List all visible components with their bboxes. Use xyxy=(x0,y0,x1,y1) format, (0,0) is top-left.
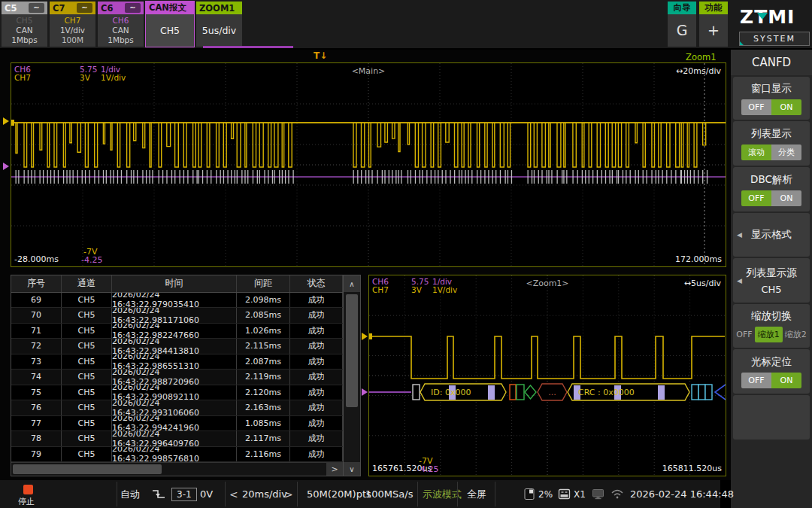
table-header-cell: 时间 xyxy=(112,275,237,292)
stop-indicator-icon[interactable] xyxy=(23,485,33,494)
tool-function[interactable]: 功能+ xyxy=(699,2,728,47)
separator xyxy=(297,482,298,506)
channel-scale-label: 3V xyxy=(411,285,422,294)
expand-left-icon: ◀ xyxy=(737,231,742,239)
horizontal-scroll-thumb[interactable] xyxy=(13,464,162,474)
scroll-down-button[interactable]: ∨ xyxy=(344,462,360,476)
tab-line: CH5 xyxy=(17,16,33,26)
table-cell: 76 xyxy=(11,400,62,415)
toggle-option-缩放2[interactable]: 缩放2 xyxy=(783,327,809,342)
trigger-mode[interactable]: 自动 xyxy=(120,480,140,508)
toggle-option-ON[interactable]: ON xyxy=(771,99,801,115)
toggle-option-滚动[interactable]: 滚动 xyxy=(741,144,771,160)
status-bar: 停止 自动 3-1 0V < 20ms/div > 50M(20M)pts 10… xyxy=(0,480,720,508)
decode-field-label: CRC : 0x0000 xyxy=(578,388,635,397)
tab-zoom1[interactable]: ZOOM15us/div xyxy=(196,2,242,47)
tab-c5[interactable]: C5∼CH5CAN1Mbps xyxy=(2,2,47,47)
tab-c6[interactable]: C6∼CH6CAN1Mbps xyxy=(98,2,144,47)
table-cell: 2.120ms xyxy=(237,385,290,400)
fullscreen-button[interactable]: 全屏 xyxy=(467,480,486,508)
tab-body-c7: CH71V/div100M xyxy=(50,14,95,47)
toggle-option-OFF[interactable]: OFF xyxy=(741,190,771,206)
tool-header-function: 功能 xyxy=(699,2,728,14)
ch6-position-marker[interactable] xyxy=(3,163,9,170)
tab-label: C6 xyxy=(101,3,113,14)
panel-toggle: OFFON xyxy=(741,373,801,388)
right-sidebar: CANFD 窗口显示OFFON列表显示滚动分类DBC解析OFFON◀显示格式◀列… xyxy=(731,50,812,508)
table-cell: 2026/02/24 16:43:22.982247660 xyxy=(112,324,237,339)
timebase-decrease-button[interactable]: < xyxy=(229,480,238,508)
sidebar-panels: 窗口显示OFFON列表显示滚动分类DBC解析OFFON◀显示格式◀列表显示源CH… xyxy=(731,77,812,440)
timebase-increase-button[interactable]: > xyxy=(284,480,293,508)
scroll-right-button[interactable]: > xyxy=(326,463,343,476)
table-cell: 1.026ms xyxy=(237,324,290,339)
zoom-volt-label-ch6: -4.25 xyxy=(417,464,438,474)
zoom-ch6-position-marker[interactable] xyxy=(362,388,368,396)
table-cell: 2.119ms xyxy=(237,370,290,385)
toggle-option-OFF[interactable]: OFF xyxy=(741,99,771,115)
trigger-level[interactable]: 0V xyxy=(200,480,213,508)
table-cell: 2.115ms xyxy=(237,339,290,354)
trigger-slope-icon xyxy=(152,480,165,508)
ch7-position-marker[interactable] xyxy=(3,117,9,125)
table-horizontal-scrollbar[interactable]: > xyxy=(11,462,343,476)
zoom-ch7-position-marker[interactable] xyxy=(362,333,368,340)
table-row[interactable]: 75CH52026/02/24 16:43:22.9908921102.120m… xyxy=(11,385,343,401)
scope-mode[interactable]: 示波模式 xyxy=(423,480,462,508)
sidebar-panel-缩放切换[interactable]: 缩放切换OFF缩放1缩放2 xyxy=(733,304,810,348)
tab-body-zoom1: 5us/div xyxy=(196,14,242,47)
table-vertical-scrollbar[interactable]: ∧ ∨ xyxy=(343,275,360,476)
sidebar-panel-窗口显示[interactable]: 窗口显示OFFON xyxy=(733,77,810,120)
toggle-option-OFF[interactable]: OFF xyxy=(734,327,754,342)
table-row[interactable]: 71CH52026/02/24 16:43:22.9822476601.026m… xyxy=(11,324,343,339)
table-row[interactable]: 78CH52026/02/24 16:43:22.9964097602.117m… xyxy=(11,431,343,447)
table-row[interactable]: 70CH52026/02/24 16:43:22.9811710602.085m… xyxy=(11,308,343,324)
wave-type-icon[interactable]: ∼ xyxy=(125,3,141,13)
storage-icon xyxy=(524,480,535,508)
table-cell: 75 xyxy=(11,385,62,400)
main-scope-title: <Main> xyxy=(352,66,386,76)
sidebar-panel-DBC解析[interactable]: DBC解析OFFON xyxy=(733,167,810,211)
trigger-source[interactable]: 3-1 xyxy=(171,480,197,508)
table-header-cell: 序号 xyxy=(11,275,62,292)
vertical-scroll-thumb[interactable] xyxy=(346,294,358,407)
table-row[interactable]: 72CH52026/02/24 16:43:22.9844138102.115m… xyxy=(11,339,343,354)
tab-line: CH7 xyxy=(65,16,81,26)
tab-can-msg[interactable]: CAN报文CH5 xyxy=(146,2,194,47)
table-row[interactable]: 79CH52026/02/24 16:43:22.9985768102.116m… xyxy=(11,447,343,463)
separator xyxy=(495,482,495,506)
toggle-option-ON[interactable]: ON xyxy=(771,373,801,388)
toggle-option-缩放1[interactable]: 缩放1 xyxy=(755,327,783,342)
table-row[interactable]: 73CH52026/02/24 16:43:22.9865513102.087m… xyxy=(11,354,343,370)
timebase-value[interactable]: 20ms/div xyxy=(242,480,287,508)
sidebar-panel-光标定位[interactable]: 光标定位OFFON xyxy=(733,349,810,394)
sidebar-panel-列表显示源[interactable]: ◀列表显示源CH5 xyxy=(733,258,810,303)
toggle-option-ON[interactable]: ON xyxy=(771,190,801,206)
table-cell: 2.087ms xyxy=(237,354,290,370)
wave-type-icon[interactable]: ∼ xyxy=(29,3,44,13)
scroll-up-button[interactable]: ∧ xyxy=(344,275,360,292)
table-row[interactable]: 76CH52026/02/24 16:43:22.9931060602.163m… xyxy=(11,400,343,416)
table-cell: 2026/02/24 16:43:22.996409760 xyxy=(112,431,237,446)
system-button[interactable]: SYSTEM xyxy=(739,32,810,46)
table-row[interactable]: 74CH52026/02/24 16:43:22.9887209602.119m… xyxy=(11,370,343,385)
wave-type-icon[interactable]: ∼ xyxy=(77,3,92,13)
toggle-option-分类[interactable]: 分类 xyxy=(771,144,801,160)
table-cell: 71 xyxy=(11,324,62,339)
tab-label: ZOOM1 xyxy=(199,3,235,14)
table-row[interactable]: 69CH52026/02/24 16:43:22.9790354102.098m… xyxy=(11,293,343,309)
table-header-cell: 状态 xyxy=(290,275,343,292)
toggle-option-OFF[interactable]: OFF xyxy=(741,373,771,388)
table-row[interactable]: 77CH52026/02/24 16:43:22.9942419601.085m… xyxy=(11,416,343,432)
sidebar-panel-列表显示[interactable]: 列表显示滚动分类 xyxy=(733,121,810,166)
table-cell: CH5 xyxy=(62,416,112,431)
channel-name-label: CH7 xyxy=(14,73,31,82)
trigger-position-marker[interactable]: T↓ xyxy=(314,50,327,61)
tab-c7[interactable]: C7∼CH71V/div100M xyxy=(50,2,95,47)
tool-wizard[interactable]: 向导G xyxy=(668,2,696,47)
sidebar-panel-显示格式[interactable]: ◀显示格式 xyxy=(733,213,810,257)
tab-line: 1Mbps xyxy=(108,35,134,45)
tab-line: CAN xyxy=(16,26,32,35)
decode-field-label: ID: 0x000 xyxy=(431,388,471,397)
table-cell: 2.163ms xyxy=(237,400,290,415)
